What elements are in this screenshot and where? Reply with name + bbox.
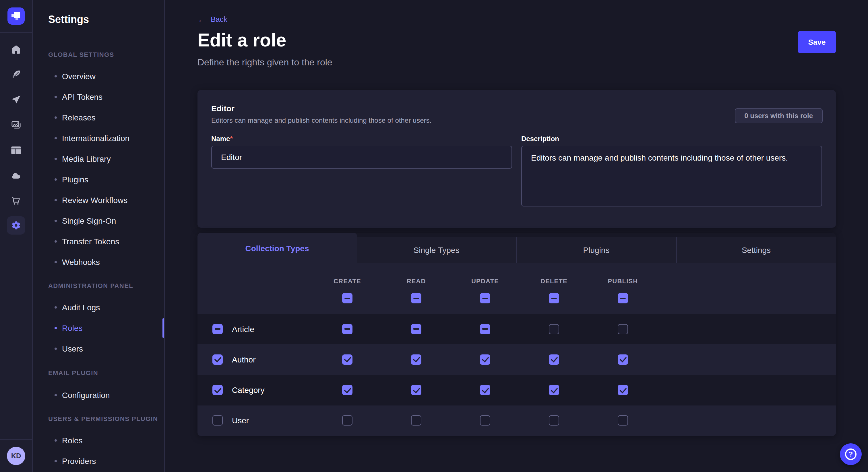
category-update-checkbox[interactable]	[480, 385, 490, 395]
sidebar-item-review-workflows[interactable]: Review Workflows	[55, 195, 127, 205]
user-avatar[interactable]: KD	[7, 447, 25, 465]
name-input[interactable]	[211, 146, 512, 169]
column-header-create: CREATE	[313, 263, 382, 314]
deploy-send-icon[interactable]	[10, 94, 22, 105]
sidebar-item-configuration[interactable]: Configuration	[55, 390, 110, 400]
row-select-checkbox-author[interactable]	[212, 355, 223, 365]
rail-user-section: KD	[0, 439, 32, 472]
cell-category-publish	[588, 385, 657, 395]
help-button[interactable]: ?	[840, 443, 862, 465]
home-icon[interactable]	[10, 43, 22, 55]
category-delete-checkbox[interactable]	[549, 385, 559, 395]
cell-article-create	[313, 324, 382, 334]
sidebar-item-media-library[interactable]: Media Library	[55, 154, 111, 164]
back-link[interactable]: ← Back	[197, 15, 227, 24]
sidebar-item-audit-logs[interactable]: Audit Logs	[55, 302, 100, 312]
sidebar-item-label: Providers	[62, 457, 96, 466]
cell-author-delete	[520, 355, 588, 365]
column-header-publish: PUBLISH	[588, 263, 657, 314]
user-update-checkbox[interactable]	[480, 415, 490, 426]
select-all-create-checkbox[interactable]	[342, 293, 352, 303]
arrow-left-icon: ←	[197, 15, 206, 24]
subnav-title: Settings	[48, 14, 89, 26]
select-all-delete-checkbox[interactable]	[549, 293, 559, 303]
user-create-checkbox[interactable]	[342, 415, 352, 426]
bullet-icon	[55, 199, 57, 201]
sidebar-item-single-sign-on[interactable]: Single Sign-On	[55, 216, 116, 226]
nav-section-header-email-plugin: EMAIL PLUGIN	[48, 369, 98, 376]
sidebar-item-users[interactable]: Users	[55, 343, 83, 354]
role-description-text: Editors can manage and publish contents …	[211, 116, 431, 125]
sidebar-item-label: Audit Logs	[62, 303, 100, 312]
sidebar-item-label: API Tokens	[62, 92, 102, 102]
app-root: KD Settings GLOBAL SETTINGSOverviewAPI T…	[0, 0, 868, 472]
cell-user-delete	[520, 415, 588, 426]
category-read-checkbox[interactable]	[411, 385, 422, 395]
category-create-checkbox[interactable]	[342, 385, 352, 395]
settings-gear-icon[interactable]	[10, 220, 22, 231]
row-label-cell: Author	[197, 355, 313, 365]
column-header-label: DELETE	[520, 278, 588, 284]
row-select-checkbox-article[interactable]	[212, 324, 223, 334]
nav-section-header-users-permissions-plugin: USERS & PERMISSIONS PLUGIN	[48, 415, 158, 422]
row-label-cell: Category	[197, 385, 313, 395]
select-all-publish-checkbox[interactable]	[618, 293, 628, 303]
sidebar-item-roles[interactable]: Roles	[55, 435, 83, 446]
author-delete-checkbox[interactable]	[549, 355, 559, 365]
settings-subnav: Settings GLOBAL SETTINGSOverviewAPI Toke…	[33, 0, 165, 472]
sidebar-item-label: Configuration	[62, 391, 110, 400]
permission-row-author: Author	[197, 344, 836, 375]
save-button[interactable]: Save	[798, 31, 836, 53]
content-manager-layout-icon[interactable]	[10, 144, 22, 156]
article-publish-checkbox[interactable]	[618, 324, 628, 334]
users-with-role-badge[interactable]: 0 users with this role	[735, 108, 823, 123]
category-publish-checkbox[interactable]	[618, 385, 628, 395]
role-name-heading: Editor	[211, 104, 235, 113]
media-library-images-icon[interactable]	[10, 119, 22, 131]
sidebar-item-providers[interactable]: Providers	[55, 456, 96, 466]
description-field-label: Description	[521, 135, 559, 143]
tab-settings[interactable]: Settings	[676, 237, 836, 263]
sidebar-item-releases[interactable]: Releases	[55, 112, 96, 123]
page-subtitle: Define the rights given to the role	[197, 57, 332, 68]
sidebar-item-internationalization[interactable]: Internationalization	[55, 133, 129, 143]
user-delete-checkbox[interactable]	[549, 415, 559, 426]
author-update-checkbox[interactable]	[480, 355, 490, 365]
article-create-checkbox[interactable]	[342, 324, 352, 334]
sidebar-item-webhooks[interactable]: Webhooks	[55, 257, 100, 267]
user-read-checkbox[interactable]	[411, 415, 422, 426]
marketplace-cart-icon[interactable]	[10, 195, 22, 206]
author-create-checkbox[interactable]	[342, 355, 352, 365]
tab-collection-types[interactable]: Collection Types	[197, 233, 357, 263]
column-header-label: PUBLISH	[588, 278, 657, 284]
user-publish-checkbox[interactable]	[618, 415, 628, 426]
header-spacer-cell	[197, 263, 313, 314]
sidebar-item-transfer-tokens[interactable]: Transfer Tokens	[55, 236, 119, 247]
sidebar-item-overview[interactable]: Overview	[55, 71, 96, 81]
description-textarea[interactable]: Editors can manage and publish contents …	[521, 146, 822, 206]
sidebar-item-label: Plugins	[62, 175, 88, 184]
author-publish-checkbox[interactable]	[618, 355, 628, 365]
tab-plugins[interactable]: Plugins	[516, 237, 676, 263]
column-header-delete: DELETE	[520, 263, 588, 314]
article-delete-checkbox[interactable]	[549, 324, 559, 334]
cloud-icon[interactable]	[10, 170, 22, 181]
permissions-card: Collection TypesSingle TypesPluginsSetti…	[197, 233, 836, 436]
row-select-checkbox-category[interactable]	[212, 385, 223, 395]
row-select-checkbox-user[interactable]	[212, 415, 223, 426]
tab-single-types[interactable]: Single Types	[357, 237, 516, 263]
article-update-checkbox[interactable]	[480, 324, 490, 334]
strapi-logo-icon[interactable]	[7, 7, 25, 25]
content-type-label: Category	[232, 385, 265, 395]
bullet-icon	[55, 96, 57, 98]
cell-article-publish	[588, 324, 657, 334]
select-all-read-checkbox[interactable]	[411, 293, 422, 303]
sidebar-item-roles[interactable]: Roles	[55, 323, 83, 333]
sidebar-item-plugins[interactable]: Plugins	[55, 174, 88, 185]
article-read-checkbox[interactable]	[411, 324, 422, 334]
content-type-builder-feather-icon[interactable]	[10, 69, 22, 80]
select-all-update-checkbox[interactable]	[480, 293, 490, 303]
cell-author-update	[451, 355, 520, 365]
sidebar-item-api-tokens[interactable]: API Tokens	[55, 92, 102, 102]
author-read-checkbox[interactable]	[411, 355, 422, 365]
